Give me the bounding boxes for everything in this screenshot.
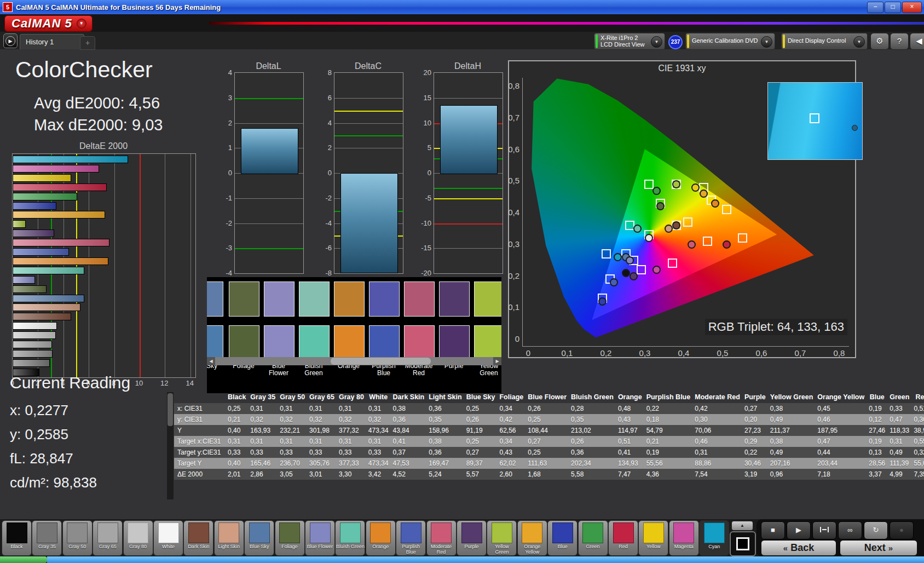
table-header-row: BlackGray 35Gray 50Gray 65Gray 80WhiteDa… xyxy=(174,391,924,403)
table-cell: 473,34 xyxy=(366,425,391,436)
calman-logo: CalMAN 5 xyxy=(11,16,72,31)
column-header: Gray 35 xyxy=(248,391,278,403)
next-button[interactable]: Next » xyxy=(840,540,917,556)
cie-plot-area: 0,80,70,60,50,40,30,20,1000,10,20,30,40,… xyxy=(522,78,849,347)
source-dropdown[interactable]: Generic Calibration DVD ▼ xyxy=(685,33,775,50)
patch-button-moderate-red[interactable]: Moderate Red xyxy=(426,520,457,556)
loop-button[interactable]: ∞ xyxy=(838,521,862,539)
strip-scrollbar[interactable]: ◀ ▶ xyxy=(207,357,501,365)
source-status-indicator xyxy=(687,35,689,48)
patch-button-orange[interactable]: Orange xyxy=(366,520,396,556)
patch-button-gray-35[interactable]: Gray 35 xyxy=(32,520,62,556)
patch-button-cyan[interactable]: Cyan xyxy=(699,520,729,556)
target-marker xyxy=(668,258,677,268)
patch-color xyxy=(613,522,634,543)
pattern-window-button[interactable] xyxy=(730,531,756,556)
patch-button-bluish-green[interactable]: Bluish Green xyxy=(335,520,365,556)
bar xyxy=(13,257,108,265)
step-button[interactable] xyxy=(812,521,836,539)
help-icon: ? xyxy=(897,36,902,45)
patch-button-light-skin[interactable]: Light Skin xyxy=(214,520,244,556)
patch-button-dark-skin[interactable]: Dark Skin xyxy=(183,520,213,556)
patch-color xyxy=(552,522,573,543)
table-cell: 0,19 xyxy=(644,447,693,458)
patch-button-foliage[interactable]: Foliage xyxy=(275,520,305,556)
tab-history-1[interactable]: History 1 xyxy=(20,34,84,49)
settings-button[interactable]: ⚙ xyxy=(870,33,889,50)
back-button[interactable]: « Back xyxy=(761,540,836,556)
patch-button-green[interactable]: Green xyxy=(578,520,608,556)
patch-button-gray-80[interactable]: Gray 80 xyxy=(123,520,153,556)
app-icon: 5 xyxy=(3,2,13,12)
patch-button-orange-yellow[interactable]: Orange Yellow xyxy=(517,520,547,556)
patch-button-purplish-blue[interactable]: Purplish Blue xyxy=(396,520,426,556)
refresh-button[interactable]: ↻ xyxy=(864,521,888,539)
stop-button[interactable]: ■ xyxy=(761,521,785,539)
measured-swatch xyxy=(207,282,223,317)
tick-label: 0,1 xyxy=(562,348,573,358)
reading-cdm2: cd/m²: 98,838 xyxy=(10,474,97,491)
target-marker xyxy=(722,205,731,214)
layout-menu-button[interactable]: ▶ xyxy=(3,33,18,48)
table-scrollbar[interactable] xyxy=(167,392,174,499)
mini-chart xyxy=(334,72,403,274)
tick-label: 6 xyxy=(317,94,332,102)
help-button[interactable]: ? xyxy=(890,33,909,50)
patch-button-blue-sky[interactable]: Blue Sky xyxy=(244,520,274,556)
patch-button-yellow-green[interactable]: Yellow Green xyxy=(487,520,517,556)
taskbar-start-segment[interactable] xyxy=(0,556,47,563)
calman-logo-menu[interactable]: CalMAN 5 ▼ xyxy=(4,15,93,32)
table-cell: 305,76 xyxy=(307,458,337,469)
patch-color xyxy=(310,522,331,543)
patch-button-white[interactable]: White xyxy=(153,520,183,556)
record-button[interactable]: ● xyxy=(890,521,914,539)
patch-button-purple[interactable]: Purple xyxy=(457,520,487,556)
collapse-panel-button[interactable]: ◀ xyxy=(910,33,924,50)
table-cell: 70,06 xyxy=(692,425,742,436)
table-row: Target y:CIE310,330,330,330,330,330,330,… xyxy=(174,447,924,458)
measured-marker xyxy=(630,272,638,280)
maximize-button[interactable]: □ xyxy=(885,2,901,13)
titlebar[interactable]: 5 CalMAN 5 CalMAN Ultimate for Business … xyxy=(0,0,924,15)
table-cell: 0,43 xyxy=(497,447,525,458)
patch-button-blue[interactable]: Blue xyxy=(547,520,578,556)
tick-label: 3 xyxy=(218,94,232,102)
measured-swatch xyxy=(334,282,365,317)
table-cell: 111,39 xyxy=(887,458,911,469)
table-cell: 0,25 xyxy=(525,447,569,458)
patch-label: Orange Yellow xyxy=(518,544,547,555)
patch-button-blue-flower[interactable]: Blue Flower xyxy=(305,520,335,556)
taskbar-strip xyxy=(0,556,924,563)
patch-button-red[interactable]: Red xyxy=(608,520,638,556)
pattern-up-button[interactable]: ▲ xyxy=(731,521,753,531)
table-cell: 236,70 xyxy=(278,458,307,469)
record-icon: ● xyxy=(899,526,904,534)
close-button[interactable]: × xyxy=(902,2,922,13)
stop-icon: ■ xyxy=(771,526,775,534)
patch-button-yellow[interactable]: Yellow xyxy=(638,520,668,556)
add-tab-button[interactable]: + xyxy=(80,36,95,50)
tick-label: 0,7 xyxy=(795,348,806,358)
taskbar-window-segment[interactable] xyxy=(47,556,924,563)
bar xyxy=(13,174,71,182)
display-control-dropdown[interactable]: Direct Display Control ▼ xyxy=(781,33,868,50)
meter-dropdown[interactable]: X-Rite i1Pro 2 LCD Direct View ▼ xyxy=(594,33,665,50)
patch-button-gray-65[interactable]: Gray 65 xyxy=(93,520,123,556)
tick-label: 10 xyxy=(417,119,431,127)
scrollbar-thumb[interactable] xyxy=(331,358,431,365)
minimize-button[interactable]: − xyxy=(867,2,883,13)
scroll-right-icon[interactable]: ▶ xyxy=(493,357,501,365)
scrollbar-thumb[interactable] xyxy=(168,393,173,426)
patch-button-gray-50[interactable]: Gray 50 xyxy=(62,520,93,556)
tick-label: 0,1 xyxy=(501,302,519,312)
patch-button-magenta[interactable]: Magenta xyxy=(669,520,699,556)
tick-label: 0,4 xyxy=(678,348,690,358)
table-cell: 0,31 xyxy=(248,403,278,414)
table-cell: 0,34 xyxy=(497,436,525,447)
chevron-down-icon: ▼ xyxy=(651,36,662,48)
play-button[interactable]: ▶ xyxy=(787,521,811,539)
meter-badge[interactable]: 237 xyxy=(668,35,683,49)
bar xyxy=(13,267,84,274)
scroll-left-icon[interactable]: ◀ xyxy=(207,357,215,365)
patch-button-black[interactable]: Black xyxy=(2,520,32,556)
